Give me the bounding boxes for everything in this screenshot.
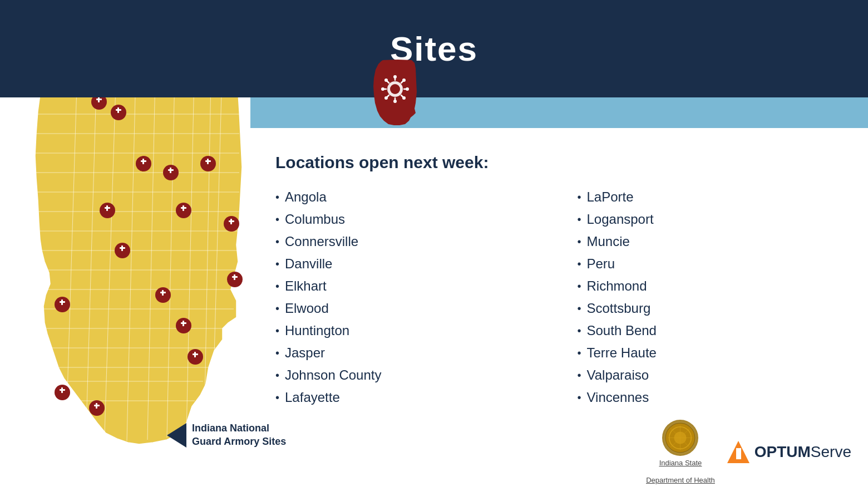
list-item: •Logansport [578,208,846,230]
svg-rect-79 [194,352,196,357]
svg-rect-37 [98,97,100,102]
svg-rect-58 [230,219,232,224]
list-item: •Jasper [275,342,544,364]
list-item: •Huntington [275,320,544,342]
optum-icon [726,440,751,465]
svg-rect-46 [170,168,171,173]
svg-rect-40 [117,107,119,113]
page-header: Sites [0,0,868,97]
svg-rect-64 [121,245,123,251]
bullet-icon: • [578,325,581,337]
bullet-icon: • [578,258,581,271]
list-item: •Richmond [578,275,846,297]
blue-accent-band [250,97,868,128]
list-item: •LaPorte [578,186,846,208]
list-item: •Elkhart [275,275,544,297]
isdh-name-line2: Department of Health [646,476,715,484]
svg-rect-55 [183,205,184,211]
bullet-icon: • [578,391,581,404]
svg-point-87 [390,84,400,94]
list-item: •Danville [275,253,544,275]
list-item: •Johnson County [275,364,544,386]
logos-container: Indiana State Department of Health OPTUM… [646,420,851,484]
svg-point-100 [384,78,388,82]
svg-point-102 [402,78,406,82]
svg-rect-112 [736,448,741,459]
bullet-icon: • [578,280,581,293]
bullet-icon: • [578,235,581,248]
svg-rect-85 [96,403,97,409]
legend-text: Indiana National Guard Armory Sites [192,422,286,448]
location-column-2: •LaPorte•Logansport•Muncie•Peru•Richmond… [578,186,846,409]
svg-point-97 [393,100,397,103]
locations-grid: •Angola•Columbus•Connersville•Danville•E… [275,186,846,409]
list-item: •Vincennes [578,386,846,409]
svg-rect-70 [162,290,164,296]
svg-rect-76 [183,321,184,326]
legend-arrow-icon [167,423,186,448]
list-item: •Columbus [275,208,544,230]
list-item: •Terre Haute [578,342,846,364]
svg-rect-67 [234,274,235,280]
bullet-icon: • [275,347,279,360]
bullet-icon: • [275,325,279,337]
bullet-icon: • [275,369,279,382]
bullet-icon: • [275,391,279,404]
state-icon-container [367,56,423,122]
svg-point-99 [406,87,409,91]
isdh-name-line1: Indiana State [659,459,702,467]
bullet-icon: • [275,302,279,315]
list-item: •Angola [275,186,544,208]
isdh-logo: Indiana State Department of Health [646,420,715,484]
bullet-icon: • [578,213,581,226]
optum-logo: OPTUM Serve [726,440,851,465]
list-item: •Muncie [578,230,846,253]
location-column-1: •Angola•Columbus•Connersville•Danville•E… [275,186,544,409]
list-item: •Peru [578,253,846,275]
list-item: •Connersville [275,230,544,253]
svg-rect-43 [142,159,144,164]
bullet-icon: • [578,191,581,204]
bullet-icon: • [275,280,279,293]
list-item: •Scottsburg [578,297,846,320]
list-item: •Valparaiso [578,364,846,386]
list-item: •South Bend [578,320,846,342]
bullet-icon: • [275,213,279,226]
svg-point-98 [381,87,384,91]
bullet-icon: • [578,302,581,315]
svg-point-103 [384,96,388,100]
svg-rect-49 [207,159,209,164]
svg-point-96 [393,75,397,78]
svg-rect-73 [61,299,63,305]
locations-heading: Locations open next week: [275,153,846,172]
bullet-icon: • [275,235,279,248]
bullet-icon: • [275,191,279,204]
bullet-icon: • [275,258,279,271]
bullet-icon: • [578,369,581,382]
svg-rect-82 [61,387,63,393]
list-item: •Lafayette [275,386,544,409]
legend: Indiana National Guard Armory Sites [167,422,286,448]
bullet-icon: • [578,347,581,360]
svg-rect-52 [106,205,108,211]
list-item: •Elwood [275,297,544,320]
isdh-seal-icon [662,420,698,456]
svg-point-101 [402,96,406,100]
